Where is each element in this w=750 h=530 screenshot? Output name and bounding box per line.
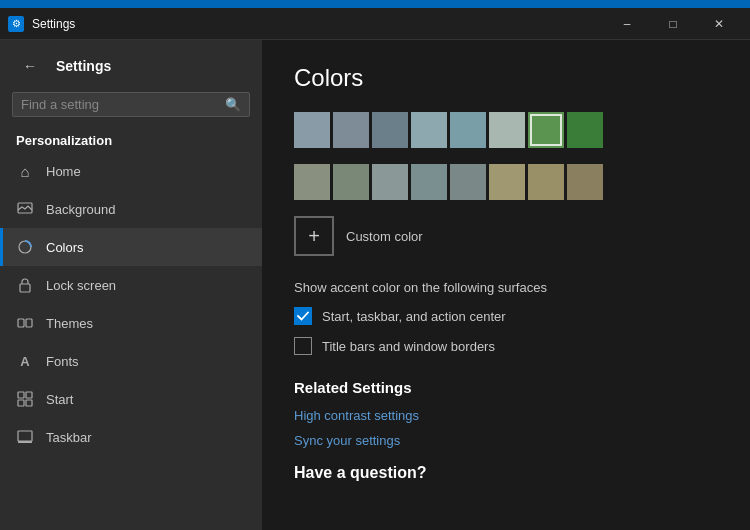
search-box[interactable]: 🔍 — [12, 92, 250, 117]
sidebar-header: ← Settings — [0, 40, 262, 88]
themes-icon — [16, 314, 34, 332]
color-swatch-row2-3[interactable] — [411, 164, 447, 200]
color-swatch-row1-7[interactable] — [567, 112, 603, 148]
sidebar-item-home[interactable]: ⌂ Home — [0, 152, 262, 190]
lockscreen-icon — [16, 276, 34, 294]
sidebar-item-home-label: Home — [46, 164, 81, 179]
taskbar-checkbox[interactable] — [294, 307, 312, 325]
svg-rect-2 — [20, 284, 30, 292]
titlebar-title: Settings — [32, 17, 75, 31]
back-button[interactable]: ← — [16, 52, 44, 80]
sidebar-item-lockscreen[interactable]: Lock screen — [0, 266, 262, 304]
color-swatch-row2-1[interactable] — [333, 164, 369, 200]
fonts-icon: A — [16, 352, 34, 370]
color-swatches-row2 — [294, 164, 718, 200]
titlebars-checkbox-label: Title bars and window borders — [322, 339, 495, 354]
color-swatch-row2-6[interactable] — [528, 164, 564, 200]
titlebar-controls: – □ ✕ — [604, 8, 742, 40]
sidebar-item-start-label: Start — [46, 392, 73, 407]
color-swatch-row2-4[interactable] — [450, 164, 486, 200]
color-swatch-row2-2[interactable] — [372, 164, 408, 200]
have-question-title: Have a question? — [294, 464, 718, 482]
titlebars-checkbox[interactable] — [294, 337, 312, 355]
sidebar-item-colors[interactable]: Colors — [0, 228, 262, 266]
minimize-button[interactable]: – — [604, 8, 650, 40]
titlebar-left: ⚙ Settings — [8, 16, 75, 32]
taskbar-icon — [16, 428, 34, 446]
taskbar-checkbox-row[interactable]: Start, taskbar, and action center — [294, 307, 718, 325]
sidebar-item-fonts-label: Fonts — [46, 354, 79, 369]
search-input[interactable] — [21, 97, 225, 112]
sidebar: ← Settings 🔍 Personalization ⌂ Home — [0, 40, 262, 530]
sidebar-item-themes[interactable]: Themes — [0, 304, 262, 342]
search-icon: 🔍 — [225, 97, 241, 112]
nav-menu: ⌂ Home Background — [0, 152, 262, 456]
plus-icon: + — [308, 225, 320, 248]
color-swatch-row1-4[interactable] — [450, 112, 486, 148]
page-title: Colors — [294, 64, 718, 92]
color-swatch-row1-6[interactable] — [528, 112, 564, 148]
related-settings-title: Related Settings — [294, 379, 718, 396]
section-label: Personalization — [0, 125, 262, 152]
maximize-button[interactable]: □ — [650, 8, 696, 40]
svg-rect-8 — [26, 400, 32, 406]
svg-rect-3 — [18, 319, 24, 327]
accent-section-subtitle: Show accent color on the following surfa… — [294, 280, 718, 295]
start-icon — [16, 390, 34, 408]
color-swatch-row1-5[interactable] — [489, 112, 525, 148]
main-content: Colors + Custom color Show accent color … — [262, 40, 750, 530]
color-swatch-row2-0[interactable] — [294, 164, 330, 200]
svg-rect-9 — [18, 431, 32, 441]
sidebar-title: Settings — [56, 58, 111, 74]
titlebar: ⚙ Settings – □ ✕ — [0, 8, 750, 40]
color-swatch-row1-2[interactable] — [372, 112, 408, 148]
sidebar-item-background-label: Background — [46, 202, 115, 217]
sidebar-item-taskbar[interactable]: Taskbar — [0, 418, 262, 456]
close-button[interactable]: ✕ — [696, 8, 742, 40]
sidebar-item-lockscreen-label: Lock screen — [46, 278, 116, 293]
color-swatch-row2-7[interactable] — [567, 164, 603, 200]
color-swatch-row2-5[interactable] — [489, 164, 525, 200]
titlebars-checkbox-row[interactable]: Title bars and window borders — [294, 337, 718, 355]
app-icon: ⚙ — [8, 16, 24, 32]
sidebar-item-start[interactable]: Start — [0, 380, 262, 418]
colors-icon — [16, 238, 34, 256]
color-swatch-row1-0[interactable] — [294, 112, 330, 148]
color-swatches-row1 — [294, 112, 718, 148]
color-swatch-row1-3[interactable] — [411, 112, 447, 148]
svg-rect-10 — [18, 441, 32, 443]
custom-color-button[interactable]: + Custom color — [294, 216, 718, 256]
svg-rect-7 — [18, 400, 24, 406]
custom-color-label: Custom color — [346, 229, 423, 244]
sidebar-item-taskbar-label: Taskbar — [46, 430, 92, 445]
sidebar-item-colors-label: Colors — [46, 240, 84, 255]
sync-settings-link[interactable]: Sync your settings — [294, 433, 718, 448]
svg-rect-5 — [18, 392, 24, 398]
high-contrast-link[interactable]: High contrast settings — [294, 408, 718, 423]
sidebar-item-fonts[interactable]: A Fonts — [0, 342, 262, 380]
svg-rect-6 — [26, 392, 32, 398]
taskbar-checkbox-label: Start, taskbar, and action center — [322, 309, 506, 324]
sidebar-item-themes-label: Themes — [46, 316, 93, 331]
color-swatch-row1-1[interactable] — [333, 112, 369, 148]
app-container: ← Settings 🔍 Personalization ⌂ Home — [0, 40, 750, 530]
custom-color-box: + — [294, 216, 334, 256]
svg-rect-4 — [26, 319, 32, 327]
background-icon — [16, 200, 34, 218]
sidebar-item-background[interactable]: Background — [0, 190, 262, 228]
home-icon: ⌂ — [16, 162, 34, 180]
